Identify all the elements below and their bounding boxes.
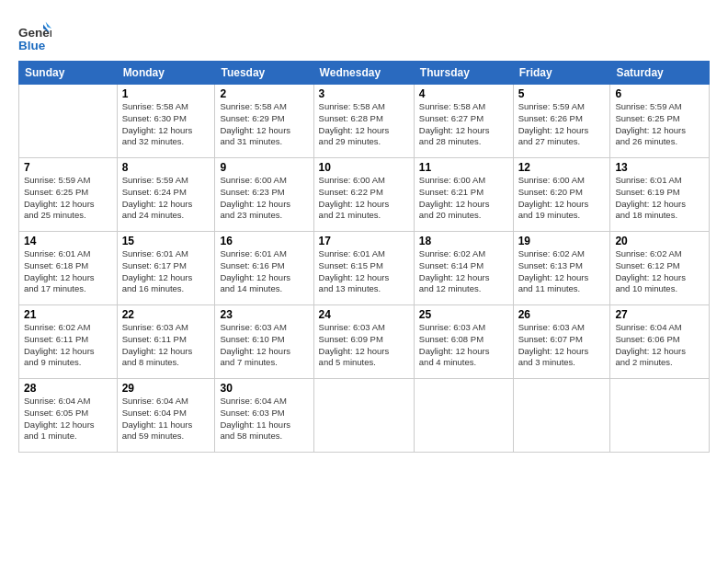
day-number: 25 (419, 308, 508, 321)
day-number: 8 (122, 161, 210, 174)
day-number: 28 (24, 382, 112, 395)
calendar-cell (513, 379, 610, 453)
logo-icon: General Blue (18, 20, 51, 53)
calendar-cell: 5Sunrise: 5:59 AM Sunset: 6:26 PM Daylig… (513, 85, 610, 158)
day-detail: Sunrise: 6:02 AM Sunset: 6:11 PM Dayligh… (24, 322, 112, 369)
calendar-cell: 13Sunrise: 6:01 AM Sunset: 6:19 PM Dayli… (610, 158, 710, 232)
calendar-cell: 15Sunrise: 6:01 AM Sunset: 6:17 PM Dayli… (117, 232, 215, 305)
calendar-cell: 10Sunrise: 6:00 AM Sunset: 6:22 PM Dayli… (313, 158, 414, 232)
day-detail: Sunrise: 5:58 AM Sunset: 6:29 PM Dayligh… (220, 101, 308, 148)
calendar-cell: 11Sunrise: 6:00 AM Sunset: 6:21 PM Dayli… (414, 158, 513, 232)
calendar-table: SundayMondayTuesdayWednesdayThursdayFrid… (18, 61, 710, 453)
day-detail: Sunrise: 6:00 AM Sunset: 6:20 PM Dayligh… (518, 175, 606, 222)
day-number: 17 (319, 235, 409, 247)
day-number: 3 (319, 87, 409, 100)
calendar-cell (313, 379, 414, 453)
calendar-cell: 30Sunrise: 6:04 AM Sunset: 6:03 PM Dayli… (215, 379, 313, 453)
day-number: 27 (615, 308, 704, 321)
calendar-cell (414, 379, 513, 453)
weekday-header-wednesday: Wednesday (313, 62, 414, 85)
day-number: 7 (24, 161, 112, 174)
calendar-week-row: 28Sunrise: 6:04 AM Sunset: 6:05 PM Dayli… (19, 379, 710, 453)
calendar-week-row: 7Sunrise: 5:59 AM Sunset: 6:25 PM Daylig… (19, 158, 710, 232)
weekday-header-friday: Friday (513, 62, 610, 85)
weekday-header-monday: Monday (117, 62, 215, 85)
day-number: 26 (518, 308, 606, 321)
day-detail: Sunrise: 5:58 AM Sunset: 6:30 PM Dayligh… (122, 101, 210, 148)
header: General Blue (18, 17, 710, 53)
day-number: 11 (419, 161, 508, 174)
day-detail: Sunrise: 6:03 AM Sunset: 6:09 PM Dayligh… (319, 322, 409, 369)
day-detail: Sunrise: 6:04 AM Sunset: 6:05 PM Dayligh… (24, 396, 112, 442)
day-number: 9 (220, 161, 308, 174)
calendar-week-row: 14Sunrise: 6:01 AM Sunset: 6:18 PM Dayli… (19, 232, 710, 305)
day-number: 14 (24, 235, 112, 247)
day-number: 22 (122, 308, 210, 321)
day-detail: Sunrise: 6:02 AM Sunset: 6:14 PM Dayligh… (419, 248, 508, 295)
svg-text:Blue: Blue (18, 39, 46, 52)
day-detail: Sunrise: 6:02 AM Sunset: 6:13 PM Dayligh… (518, 248, 606, 295)
calendar-cell: 3Sunrise: 5:58 AM Sunset: 6:28 PM Daylig… (313, 85, 414, 158)
day-detail: Sunrise: 6:01 AM Sunset: 6:15 PM Dayligh… (319, 248, 409, 295)
day-number: 19 (518, 235, 606, 247)
logo: General Blue (18, 20, 51, 53)
calendar-cell: 14Sunrise: 6:01 AM Sunset: 6:18 PM Dayli… (19, 232, 118, 305)
calendar-week-row: 21Sunrise: 6:02 AM Sunset: 6:11 PM Dayli… (19, 305, 710, 379)
weekday-header-thursday: Thursday (414, 62, 513, 85)
calendar-cell: 6Sunrise: 5:59 AM Sunset: 6:25 PM Daylig… (610, 85, 710, 158)
weekday-header-tuesday: Tuesday (215, 62, 313, 85)
day-detail: Sunrise: 6:03 AM Sunset: 6:11 PM Dayligh… (122, 322, 210, 369)
calendar-cell: 27Sunrise: 6:04 AM Sunset: 6:06 PM Dayli… (610, 305, 710, 379)
day-detail: Sunrise: 6:03 AM Sunset: 6:07 PM Dayligh… (518, 322, 606, 369)
calendar-cell: 17Sunrise: 6:01 AM Sunset: 6:15 PM Dayli… (313, 232, 414, 305)
day-number: 1 (122, 87, 210, 100)
day-number: 18 (419, 235, 508, 247)
calendar-cell (19, 85, 118, 158)
calendar-cell: 9Sunrise: 6:00 AM Sunset: 6:23 PM Daylig… (215, 158, 313, 232)
calendar-cell: 20Sunrise: 6:02 AM Sunset: 6:12 PM Dayli… (610, 232, 710, 305)
weekday-header-saturday: Saturday (610, 62, 710, 85)
day-detail: Sunrise: 6:01 AM Sunset: 6:17 PM Dayligh… (122, 248, 210, 295)
calendar-cell: 26Sunrise: 6:03 AM Sunset: 6:07 PM Dayli… (513, 305, 610, 379)
day-detail: Sunrise: 6:01 AM Sunset: 6:16 PM Dayligh… (220, 248, 308, 295)
day-number: 29 (122, 382, 210, 395)
day-detail: Sunrise: 6:03 AM Sunset: 6:08 PM Dayligh… (419, 322, 508, 369)
day-number: 2 (220, 87, 308, 100)
day-number: 24 (319, 308, 409, 321)
day-number: 6 (615, 87, 704, 100)
weekday-header-row: SundayMondayTuesdayWednesdayThursdayFrid… (19, 62, 710, 85)
day-number: 21 (24, 308, 112, 321)
day-number: 16 (220, 235, 308, 247)
day-detail: Sunrise: 6:02 AM Sunset: 6:12 PM Dayligh… (615, 248, 704, 295)
day-detail: Sunrise: 5:59 AM Sunset: 6:25 PM Dayligh… (24, 175, 112, 222)
day-number: 30 (220, 382, 308, 395)
day-detail: Sunrise: 6:01 AM Sunset: 6:19 PM Dayligh… (615, 175, 704, 222)
day-detail: Sunrise: 6:03 AM Sunset: 6:10 PM Dayligh… (220, 322, 308, 369)
day-number: 10 (319, 161, 409, 174)
day-detail: Sunrise: 5:58 AM Sunset: 6:28 PM Dayligh… (319, 101, 409, 148)
day-detail: Sunrise: 6:04 AM Sunset: 6:06 PM Dayligh… (615, 322, 704, 369)
day-number: 13 (615, 161, 704, 174)
calendar-cell (610, 379, 710, 453)
calendar-cell: 18Sunrise: 6:02 AM Sunset: 6:14 PM Dayli… (414, 232, 513, 305)
day-detail: Sunrise: 6:04 AM Sunset: 6:04 PM Dayligh… (122, 396, 210, 442)
day-number: 15 (122, 235, 210, 247)
calendar-cell: 1Sunrise: 5:58 AM Sunset: 6:30 PM Daylig… (117, 85, 215, 158)
day-detail: Sunrise: 5:59 AM Sunset: 6:26 PM Dayligh… (518, 101, 606, 148)
day-number: 4 (419, 87, 508, 100)
calendar-cell: 16Sunrise: 6:01 AM Sunset: 6:16 PM Dayli… (215, 232, 313, 305)
day-detail: Sunrise: 6:04 AM Sunset: 6:03 PM Dayligh… (220, 396, 308, 442)
page: General Blue SundayMondayTuesdayWednesda… (0, 0, 728, 563)
day-detail: Sunrise: 6:00 AM Sunset: 6:22 PM Dayligh… (319, 175, 409, 222)
day-number: 23 (220, 308, 308, 321)
calendar-cell: 25Sunrise: 6:03 AM Sunset: 6:08 PM Dayli… (414, 305, 513, 379)
day-detail: Sunrise: 5:59 AM Sunset: 6:25 PM Dayligh… (615, 101, 704, 148)
day-number: 5 (518, 87, 606, 100)
day-detail: Sunrise: 5:59 AM Sunset: 6:24 PM Dayligh… (122, 175, 210, 222)
day-detail: Sunrise: 6:00 AM Sunset: 6:23 PM Dayligh… (220, 175, 308, 222)
calendar-cell: 28Sunrise: 6:04 AM Sunset: 6:05 PM Dayli… (19, 379, 118, 453)
calendar-cell: 2Sunrise: 5:58 AM Sunset: 6:29 PM Daylig… (215, 85, 313, 158)
calendar-cell: 12Sunrise: 6:00 AM Sunset: 6:20 PM Dayli… (513, 158, 610, 232)
calendar-week-row: 1Sunrise: 5:58 AM Sunset: 6:30 PM Daylig… (19, 85, 710, 158)
weekday-header-sunday: Sunday (19, 62, 118, 85)
